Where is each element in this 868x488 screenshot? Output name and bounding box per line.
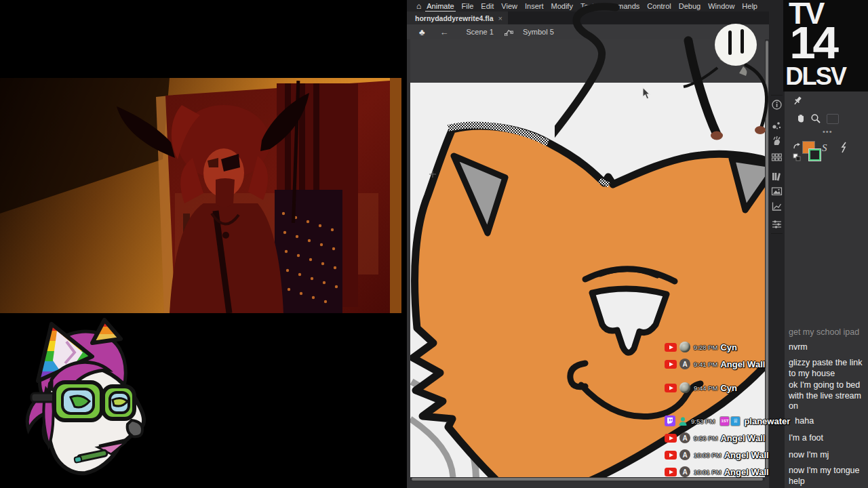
menu-help[interactable]: Help xyxy=(742,2,757,10)
chat-message: haha xyxy=(795,416,814,426)
snap-s-icon[interactable]: S xyxy=(822,142,827,154)
goggles xyxy=(54,382,134,420)
chat-message: now I'm mj xyxy=(789,450,865,461)
chat-username: Cyn xyxy=(720,342,737,352)
bitmap-icon[interactable] xyxy=(771,186,783,197)
chat-row: 9:28 PM Cyn xyxy=(665,340,737,354)
youtube-icon xyxy=(665,468,677,476)
avatar: A xyxy=(679,449,690,460)
menu-modify[interactable]: Modify xyxy=(551,2,572,10)
more-icon[interactable]: ••• xyxy=(823,127,833,136)
menu-text[interactable]: Text xyxy=(580,2,594,10)
avatar: A xyxy=(679,432,690,443)
scene-clapper-icon[interactable]: ♣ xyxy=(419,27,425,37)
stroke-swatch[interactable] xyxy=(809,149,821,161)
chat-username: Angel Wall xyxy=(720,359,765,369)
symbol-icon xyxy=(505,28,513,36)
swap-colors-icon[interactable] xyxy=(793,142,802,151)
breadcrumb-symbol[interactable]: Symbol 5 xyxy=(523,28,554,36)
chat-message: get my school ipad xyxy=(789,327,865,338)
menu-commands[interactable]: Commands xyxy=(601,2,639,10)
tab-close-icon[interactable]: × xyxy=(498,14,502,22)
zoom-icon[interactable] xyxy=(810,113,821,124)
library-icon[interactable] xyxy=(771,171,783,182)
chat-timestamp: 9:53 PM xyxy=(691,418,715,425)
info-icon[interactable] xyxy=(771,99,783,110)
chat-message: now I'm my tongue help xyxy=(789,466,865,487)
rating-dlsv: DLSV xyxy=(785,64,867,89)
chat-timestamp: 9:28 PM xyxy=(694,344,717,351)
menu-edit[interactable]: Edit xyxy=(481,2,494,10)
pasteboard xyxy=(410,39,765,83)
chat-timestamp: 10:01 PM xyxy=(694,468,722,476)
chat-row: A 10:00 PM Angel Wall xyxy=(665,448,769,462)
disabled-tool[interactable] xyxy=(827,114,839,124)
chat-username: planewater xyxy=(744,416,790,426)
menu-control[interactable]: Control xyxy=(647,2,671,10)
viewer-person-icon xyxy=(678,416,688,426)
chat-username: Cyn xyxy=(720,383,737,393)
menu-file[interactable]: File xyxy=(462,2,474,10)
webcam-photo xyxy=(0,78,401,313)
pin-icon[interactable] xyxy=(793,96,803,106)
lightning-icon[interactable] xyxy=(840,142,848,154)
twitch-icon xyxy=(665,415,675,426)
menu-view[interactable]: View xyxy=(501,2,517,10)
chat-row: 9:53 PM 1ST ♕ planewater haha xyxy=(665,414,814,428)
chat-username: Angel Wall xyxy=(720,433,765,443)
youtube-icon xyxy=(665,360,677,369)
chat-message: I'm a foot xyxy=(789,433,865,444)
breadcrumb-scene[interactable]: Scene 1 xyxy=(467,28,494,36)
chat-row: A 9:41 PM Angel Wall xyxy=(665,357,765,371)
frames-icon[interactable] xyxy=(771,152,783,163)
document-tab-title: hornydaddyrewrite4.fla xyxy=(415,14,494,22)
youtube-icon xyxy=(665,451,677,460)
avatar: A xyxy=(679,466,690,477)
menu-animate[interactable]: Animate xyxy=(427,2,454,10)
crown-badge: ♕ xyxy=(731,417,740,426)
avatar xyxy=(679,342,690,352)
chat-row: A 9:56 PM Angel Wall xyxy=(665,431,765,445)
avatar: A xyxy=(679,359,690,369)
youtube-icon xyxy=(665,384,677,392)
chat-message: nvrm xyxy=(789,342,865,353)
chat-timestamp: 9:41 PM xyxy=(694,361,717,368)
reset-colors-icon[interactable] xyxy=(793,153,801,161)
avatar xyxy=(679,382,690,393)
chat-message: glizzy paste the link to my house xyxy=(789,358,865,379)
chat-timestamp: 9:44 PM xyxy=(694,384,717,392)
back-arrow-icon[interactable]: ← xyxy=(440,27,449,37)
rating-14: 14 xyxy=(789,20,868,65)
chat-username: Angel Wall xyxy=(724,467,769,477)
home-icon[interactable]: ⌂ xyxy=(416,1,421,11)
hand-icon[interactable] xyxy=(795,113,806,124)
document-tab[interactable]: hornydaddyrewrite4.fla × xyxy=(407,12,508,24)
youtube-icon xyxy=(665,343,677,352)
paw-icon[interactable] xyxy=(771,136,783,147)
stream-screen: ⌂ Animate File Edit View Insert Modify T… xyxy=(0,0,868,488)
menu-insert[interactable]: Insert xyxy=(525,2,544,10)
streamer-fursona-avatar xyxy=(12,313,155,484)
tv-rating-badge: TV 14 DLSV xyxy=(783,0,868,92)
menu-debug[interactable]: Debug xyxy=(679,2,701,10)
chat-row: 9:44 PM Cyn xyxy=(665,381,737,394)
first-badge: 1ST xyxy=(720,417,729,426)
chart-icon[interactable] xyxy=(771,201,783,212)
sliders-icon[interactable] xyxy=(771,218,783,230)
chat-username: Angel Wall xyxy=(724,450,769,460)
menu-window[interactable]: Window xyxy=(708,2,734,10)
chat-timestamp: 9:56 PM xyxy=(694,434,717,442)
stage-canvas[interactable] xyxy=(410,39,765,477)
chat-row: A 10:01 PM Angel Wall xyxy=(665,465,769,479)
chat-message: ok I'm going to bed with the live stream… xyxy=(789,380,865,412)
particles-icon[interactable] xyxy=(771,119,783,131)
youtube-icon xyxy=(665,434,677,443)
chat-timestamp: 10:00 PM xyxy=(694,451,722,459)
